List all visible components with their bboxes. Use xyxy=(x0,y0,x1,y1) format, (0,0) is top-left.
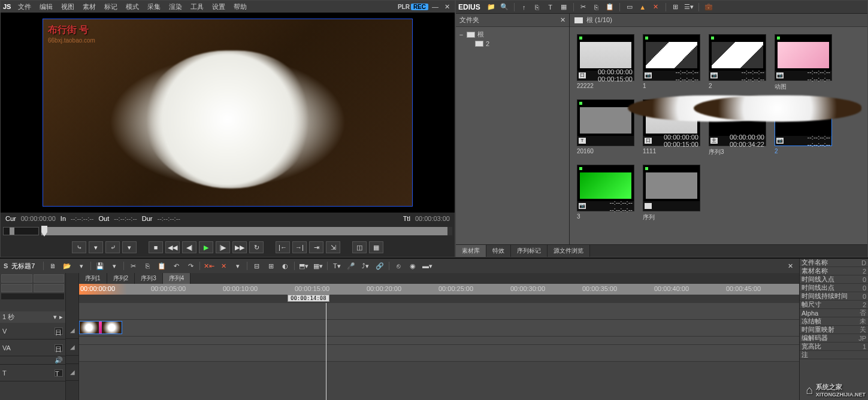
tab-effects[interactable]: 特效 xyxy=(486,245,511,257)
menu-clip[interactable]: 素材 xyxy=(79,1,99,13)
track-header[interactable]: VA日 xyxy=(0,340,65,356)
up-arrow-icon[interactable]: ↑ xyxy=(519,2,529,12)
render-icon[interactable]: ▦▾ xyxy=(313,260,323,271)
tree-root[interactable]: −根 xyxy=(458,29,567,40)
rec-button[interactable]: REC xyxy=(411,4,428,10)
menu-mode[interactable]: 模式 xyxy=(122,1,143,13)
close-folder-panel[interactable]: ✕ xyxy=(560,16,565,24)
step-forward-button[interactable]: |▶ xyxy=(216,241,230,253)
tab-markers[interactable]: 序列标记 xyxy=(511,245,548,257)
new-seq-icon[interactable]: 🗎 xyxy=(47,260,58,271)
seq-tab-3[interactable]: 序列3 xyxy=(135,273,163,284)
fast-forward-button[interactable]: ▶▶ xyxy=(232,241,247,253)
title-icon[interactable]: T xyxy=(546,2,555,12)
rewind-button[interactable]: ◀◀ xyxy=(165,241,180,253)
dropdown-icon[interactable]: ▾ xyxy=(109,260,120,271)
track-expand[interactable]: ◢ xyxy=(66,364,78,381)
menu-view[interactable]: 视图 xyxy=(58,1,78,13)
close-button[interactable]: ✕ xyxy=(442,3,452,11)
redo-icon[interactable]: ↷ xyxy=(185,260,196,271)
voiceover-icon[interactable]: 🎤 xyxy=(346,260,356,271)
set-out-button[interactable]: ⤶ xyxy=(105,241,120,253)
open-icon[interactable]: 📂 xyxy=(62,260,72,271)
ripple-delete-icon[interactable]: ✕⇤ xyxy=(204,260,214,271)
loop-button[interactable]: ↻ xyxy=(249,241,264,253)
paste-icon[interactable]: 📋 xyxy=(605,2,615,12)
scale-right-icon[interactable]: ▸ xyxy=(59,313,63,321)
menu-tools[interactable]: 工具 xyxy=(187,1,207,13)
bin-clip[interactable]: T20160 xyxy=(577,99,634,156)
dropdown-out[interactable]: ▾ xyxy=(122,241,137,253)
copy-icon[interactable]: ⎘ xyxy=(592,2,601,12)
bin-clip[interactable]: 📷--:--:--:----:--:--:--2 xyxy=(775,99,832,156)
timeline-ruler[interactable]: 00:00:00:00 00:00:05:00 00:00:10:00 00:0… xyxy=(79,284,799,295)
set-in-button[interactable]: ⤷ xyxy=(72,241,86,253)
extra-2-button[interactable]: ▦ xyxy=(369,241,383,253)
menu-settings[interactable]: 设置 xyxy=(208,1,229,13)
menu-marker[interactable]: 标记 xyxy=(101,1,121,13)
toggle-icon[interactable]: ◐ xyxy=(280,260,291,271)
import-icon[interactable]: ⎘ xyxy=(533,2,542,12)
menu-capture[interactable]: 采集 xyxy=(144,1,164,13)
settings-icon[interactable]: 💼 xyxy=(704,2,713,12)
insert-button[interactable]: ⇥ xyxy=(309,241,323,253)
menu-file[interactable]: 文件 xyxy=(14,1,35,13)
sort-icon[interactable]: ▲ xyxy=(638,2,648,12)
bin-clip[interactable]: 📷--:--:--:----:--:--:--2 xyxy=(709,34,766,91)
scale-down-icon[interactable]: ▾ xyxy=(53,313,57,321)
playhead[interactable] xyxy=(326,303,326,400)
link-icon[interactable]: 🔗 xyxy=(374,260,385,271)
colorbar-icon[interactable]: ▦ xyxy=(559,2,568,12)
tl-opt-2[interactable] xyxy=(34,274,65,283)
track-v[interactable] xyxy=(79,303,799,320)
scope-icon[interactable]: ◉ xyxy=(407,260,418,271)
bin-clip[interactable]: 序列 xyxy=(643,165,700,222)
seq-tab-2[interactable]: 序列2 xyxy=(107,273,135,284)
bin-clip[interactable]: 日00:00:00:0000:00:15:0022222 xyxy=(577,34,634,91)
layout-icon[interactable]: ▬▾ xyxy=(422,260,433,271)
timeline-scale[interactable]: 1 秒 ▾ ▸ xyxy=(0,311,65,323)
undo-icon[interactable]: ↶ xyxy=(171,260,182,271)
seq-tab-1[interactable]: 序列1 xyxy=(79,273,107,284)
overwrite-button[interactable]: ⇲ xyxy=(326,241,340,253)
tab-library[interactable]: 素材库 xyxy=(456,245,486,257)
menu-edit[interactable]: 编辑 xyxy=(36,1,56,13)
play-button[interactable]: ▶ xyxy=(199,241,213,253)
timeline-clip[interactable] xyxy=(79,321,122,334)
split-icon[interactable]: ⊟ xyxy=(251,260,262,271)
track-header[interactable]: TT xyxy=(0,365,65,381)
dropdown-in[interactable]: ▾ xyxy=(89,241,103,253)
mixer-icon[interactable]: ⎋ xyxy=(393,260,404,271)
copy-icon[interactable]: ⎘ xyxy=(142,260,153,271)
dropdown-icon[interactable]: ▾ xyxy=(232,260,243,271)
bin-clip[interactable]: 📷--:--:--:----:--:--:--动图 xyxy=(775,34,832,91)
minimize-button[interactable]: — xyxy=(430,3,441,10)
step-back-button[interactable]: ◀| xyxy=(182,241,196,253)
bin-clip[interactable]: 📷--:--:--:----:--:--:--1 xyxy=(643,34,700,91)
track-t[interactable] xyxy=(79,345,799,362)
tab-source-browse[interactable]: 源文件浏览 xyxy=(548,245,590,257)
track-header[interactable]: V日 xyxy=(0,323,65,340)
close-timeline[interactable]: ✕ xyxy=(785,262,796,270)
seq-tab-4[interactable]: 序列4 xyxy=(163,273,191,284)
prev-edit-button[interactable]: |← xyxy=(276,241,290,253)
track-va[interactable] xyxy=(79,320,799,337)
dropdown-icon[interactable]: ▾ xyxy=(76,260,87,271)
cut-icon[interactable]: ✂ xyxy=(579,2,588,12)
view-icon[interactable]: ▭ xyxy=(625,2,634,12)
save-icon[interactable]: 💾 xyxy=(95,260,105,271)
export-icon[interactable]: ⤴▾ xyxy=(360,260,371,271)
track-expand[interactable]: ◢ xyxy=(66,322,78,339)
list-view-icon[interactable]: ☰▾ xyxy=(684,2,694,12)
tl-opt-4[interactable] xyxy=(34,284,65,292)
menu-render[interactable]: 渲染 xyxy=(165,1,186,13)
title-tool-icon[interactable]: T▾ xyxy=(331,260,342,271)
tl-opt-3[interactable] xyxy=(1,284,32,292)
tree-child[interactable]: 2 xyxy=(458,40,567,48)
paste-icon[interactable]: 📋 xyxy=(156,260,167,271)
scrub-track[interactable] xyxy=(41,227,452,235)
group-icon[interactable]: ⊞ xyxy=(265,260,276,271)
search-icon[interactable]: 🔍 xyxy=(500,2,509,12)
stop-button[interactable]: ■ xyxy=(149,241,163,253)
menu-help[interactable]: 帮助 xyxy=(230,1,250,13)
